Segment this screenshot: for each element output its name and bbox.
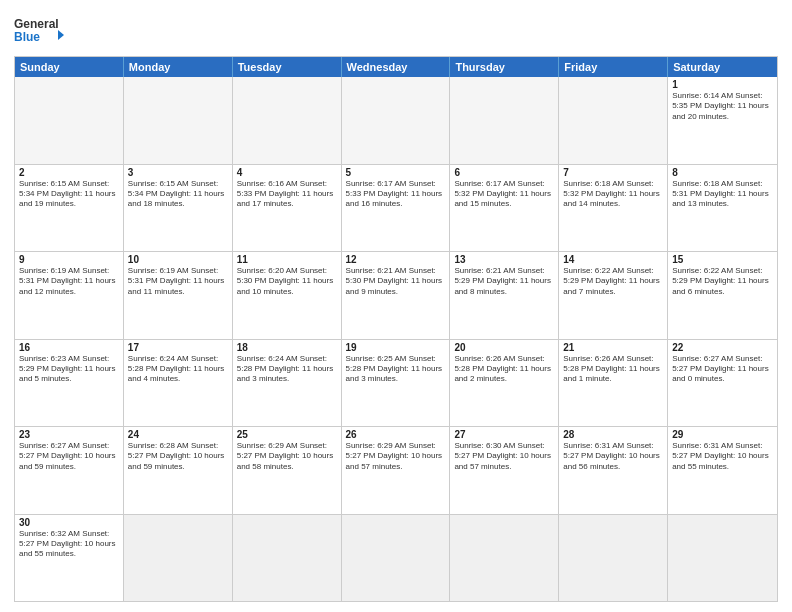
calendar-cell: 15Sunrise: 6:22 AM Sunset: 5:29 PM Dayli… — [668, 252, 777, 339]
day-info: Sunrise: 6:15 AM Sunset: 5:34 PM Dayligh… — [19, 179, 119, 210]
day-number: 1 — [672, 79, 773, 90]
day-number: 13 — [454, 254, 554, 265]
day-info: Sunrise: 6:24 AM Sunset: 5:28 PM Dayligh… — [128, 354, 228, 385]
calendar-cell — [559, 515, 668, 602]
calendar-cell: 2Sunrise: 6:15 AM Sunset: 5:34 PM Daylig… — [15, 165, 124, 252]
generalblue-logo-icon: General Blue — [14, 14, 64, 50]
header: General Blue — [14, 10, 778, 50]
calendar-cell — [124, 515, 233, 602]
calendar-cell: 22Sunrise: 6:27 AM Sunset: 5:27 PM Dayli… — [668, 340, 777, 427]
calendar-cell — [450, 77, 559, 164]
day-number: 30 — [19, 517, 119, 528]
logo: General Blue — [14, 10, 64, 50]
weekday-header-tuesday: Tuesday — [233, 57, 342, 77]
calendar-cell — [233, 515, 342, 602]
day-info: Sunrise: 6:27 AM Sunset: 5:27 PM Dayligh… — [19, 441, 119, 472]
day-number: 10 — [128, 254, 228, 265]
calendar-cell: 30Sunrise: 6:32 AM Sunset: 5:27 PM Dayli… — [15, 515, 124, 602]
day-info: Sunrise: 6:24 AM Sunset: 5:28 PM Dayligh… — [237, 354, 337, 385]
svg-text:Blue: Blue — [14, 30, 40, 44]
day-info: Sunrise: 6:17 AM Sunset: 5:32 PM Dayligh… — [454, 179, 554, 210]
day-number: 7 — [563, 167, 663, 178]
day-info: Sunrise: 6:32 AM Sunset: 5:27 PM Dayligh… — [19, 529, 119, 560]
day-info: Sunrise: 6:22 AM Sunset: 5:29 PM Dayligh… — [672, 266, 773, 297]
calendar-cell: 4Sunrise: 6:16 AM Sunset: 5:33 PM Daylig… — [233, 165, 342, 252]
calendar-cell: 21Sunrise: 6:26 AM Sunset: 5:28 PM Dayli… — [559, 340, 668, 427]
day-number: 3 — [128, 167, 228, 178]
day-number: 27 — [454, 429, 554, 440]
svg-text:General: General — [14, 17, 59, 31]
day-number: 11 — [237, 254, 337, 265]
day-info: Sunrise: 6:29 AM Sunset: 5:27 PM Dayligh… — [346, 441, 446, 472]
calendar-cell — [559, 77, 668, 164]
calendar-cell: 10Sunrise: 6:19 AM Sunset: 5:31 PM Dayli… — [124, 252, 233, 339]
calendar-cell: 3Sunrise: 6:15 AM Sunset: 5:34 PM Daylig… — [124, 165, 233, 252]
day-number: 29 — [672, 429, 773, 440]
calendar-cell — [15, 77, 124, 164]
day-info: Sunrise: 6:15 AM Sunset: 5:34 PM Dayligh… — [128, 179, 228, 210]
day-number: 15 — [672, 254, 773, 265]
calendar-week-1: 1Sunrise: 6:14 AM Sunset: 5:35 PM Daylig… — [15, 77, 777, 164]
calendar-week-4: 16Sunrise: 6:23 AM Sunset: 5:29 PM Dayli… — [15, 339, 777, 427]
calendar-cell: 26Sunrise: 6:29 AM Sunset: 5:27 PM Dayli… — [342, 427, 451, 514]
calendar-week-6: 30Sunrise: 6:32 AM Sunset: 5:27 PM Dayli… — [15, 514, 777, 602]
day-info: Sunrise: 6:20 AM Sunset: 5:30 PM Dayligh… — [237, 266, 337, 297]
day-number: 22 — [672, 342, 773, 353]
day-info: Sunrise: 6:14 AM Sunset: 5:35 PM Dayligh… — [672, 91, 773, 122]
calendar-week-5: 23Sunrise: 6:27 AM Sunset: 5:27 PM Dayli… — [15, 426, 777, 514]
day-info: Sunrise: 6:21 AM Sunset: 5:29 PM Dayligh… — [454, 266, 554, 297]
calendar-cell: 8Sunrise: 6:18 AM Sunset: 5:31 PM Daylig… — [668, 165, 777, 252]
day-info: Sunrise: 6:26 AM Sunset: 5:28 PM Dayligh… — [563, 354, 663, 385]
calendar-cell: 9Sunrise: 6:19 AM Sunset: 5:31 PM Daylig… — [15, 252, 124, 339]
calendar-cell — [450, 515, 559, 602]
day-info: Sunrise: 6:21 AM Sunset: 5:30 PM Dayligh… — [346, 266, 446, 297]
calendar-cell: 28Sunrise: 6:31 AM Sunset: 5:27 PM Dayli… — [559, 427, 668, 514]
day-number: 2 — [19, 167, 119, 178]
weekday-header-monday: Monday — [124, 57, 233, 77]
calendar-cell: 20Sunrise: 6:26 AM Sunset: 5:28 PM Dayli… — [450, 340, 559, 427]
day-number: 23 — [19, 429, 119, 440]
calendar-cell — [668, 515, 777, 602]
day-number: 8 — [672, 167, 773, 178]
day-number: 12 — [346, 254, 446, 265]
calendar-cell: 19Sunrise: 6:25 AM Sunset: 5:28 PM Dayli… — [342, 340, 451, 427]
calendar-cell — [233, 77, 342, 164]
day-number: 21 — [563, 342, 663, 353]
day-number: 9 — [19, 254, 119, 265]
day-info: Sunrise: 6:16 AM Sunset: 5:33 PM Dayligh… — [237, 179, 337, 210]
weekday-header-saturday: Saturday — [668, 57, 777, 77]
calendar-cell: 14Sunrise: 6:22 AM Sunset: 5:29 PM Dayli… — [559, 252, 668, 339]
day-number: 14 — [563, 254, 663, 265]
day-info: Sunrise: 6:26 AM Sunset: 5:28 PM Dayligh… — [454, 354, 554, 385]
calendar-cell: 16Sunrise: 6:23 AM Sunset: 5:29 PM Dayli… — [15, 340, 124, 427]
day-number: 18 — [237, 342, 337, 353]
calendar-cell: 25Sunrise: 6:29 AM Sunset: 5:27 PM Dayli… — [233, 427, 342, 514]
day-number: 20 — [454, 342, 554, 353]
day-info: Sunrise: 6:17 AM Sunset: 5:33 PM Dayligh… — [346, 179, 446, 210]
day-info: Sunrise: 6:19 AM Sunset: 5:31 PM Dayligh… — [19, 266, 119, 297]
calendar-cell: 23Sunrise: 6:27 AM Sunset: 5:27 PM Dayli… — [15, 427, 124, 514]
calendar-cell: 7Sunrise: 6:18 AM Sunset: 5:32 PM Daylig… — [559, 165, 668, 252]
day-number: 4 — [237, 167, 337, 178]
calendar-cell: 27Sunrise: 6:30 AM Sunset: 5:27 PM Dayli… — [450, 427, 559, 514]
day-info: Sunrise: 6:18 AM Sunset: 5:32 PM Dayligh… — [563, 179, 663, 210]
day-info: Sunrise: 6:31 AM Sunset: 5:27 PM Dayligh… — [672, 441, 773, 472]
calendar-cell: 18Sunrise: 6:24 AM Sunset: 5:28 PM Dayli… — [233, 340, 342, 427]
weekday-header-friday: Friday — [559, 57, 668, 77]
day-info: Sunrise: 6:25 AM Sunset: 5:28 PM Dayligh… — [346, 354, 446, 385]
day-number: 16 — [19, 342, 119, 353]
day-info: Sunrise: 6:31 AM Sunset: 5:27 PM Dayligh… — [563, 441, 663, 472]
day-info: Sunrise: 6:30 AM Sunset: 5:27 PM Dayligh… — [454, 441, 554, 472]
svg-marker-3 — [58, 30, 64, 40]
calendar-week-2: 2Sunrise: 6:15 AM Sunset: 5:34 PM Daylig… — [15, 164, 777, 252]
calendar-cell — [124, 77, 233, 164]
day-info: Sunrise: 6:28 AM Sunset: 5:27 PM Dayligh… — [128, 441, 228, 472]
calendar-cell — [342, 77, 451, 164]
weekday-header-wednesday: Wednesday — [342, 57, 451, 77]
calendar-cell: 11Sunrise: 6:20 AM Sunset: 5:30 PM Dayli… — [233, 252, 342, 339]
calendar: SundayMondayTuesdayWednesdayThursdayFrid… — [14, 56, 778, 602]
calendar-cell: 1Sunrise: 6:14 AM Sunset: 5:35 PM Daylig… — [668, 77, 777, 164]
calendar-cell: 5Sunrise: 6:17 AM Sunset: 5:33 PM Daylig… — [342, 165, 451, 252]
day-number: 17 — [128, 342, 228, 353]
day-info: Sunrise: 6:18 AM Sunset: 5:31 PM Dayligh… — [672, 179, 773, 210]
